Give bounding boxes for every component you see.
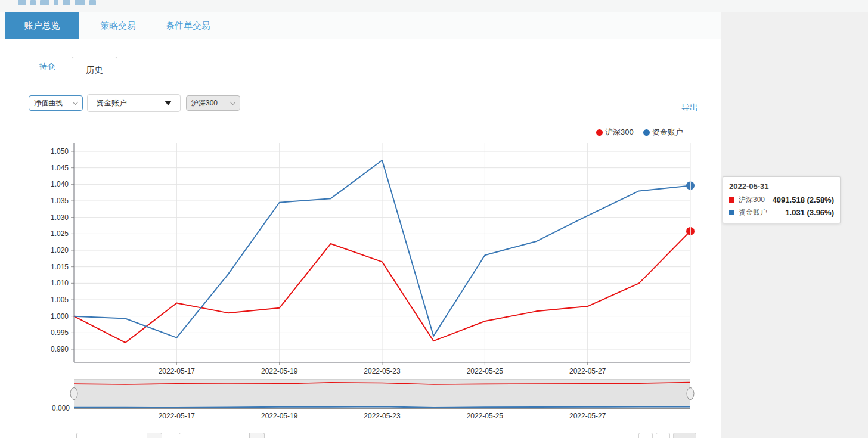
y-axis-label: 1.050 — [51, 147, 69, 156]
y-axis-label: 0.995 — [51, 328, 69, 337]
account-select-value: 资金账户 — [96, 98, 165, 108]
subtab-positions[interactable]: 持仓 — [39, 61, 55, 72]
y-axis-label: 0.990 — [51, 345, 69, 353]
y-axis-label: 1.030 — [51, 213, 69, 222]
x-axis-label: 2022-05-25 — [467, 367, 504, 375]
y-axis-label: 1.040 — [51, 180, 69, 188]
y-axis-label: 1.035 — [51, 197, 69, 205]
end-date-picker — [179, 433, 265, 438]
subtab-divider — [18, 83, 703, 83]
tooltip-series-value: 1.031 (3.96%) — [767, 208, 834, 217]
top-strip — [0, 0, 868, 12]
y-axis-label: 1.000 — [51, 312, 69, 321]
benchmark-select-value: 沪深300 — [191, 98, 231, 108]
pager-button-1[interactable] — [638, 433, 653, 438]
navigator-x-label: 2022-05-25 — [467, 412, 504, 420]
start-date-input[interactable] — [76, 433, 147, 438]
tooltip-date: 2022-05-31 — [729, 182, 834, 191]
end-date-calendar-button[interactable] — [250, 433, 265, 438]
pager-button-2[interactable] — [656, 433, 670, 438]
y-axis-label: 1.025 — [51, 229, 69, 238]
chart-type-select[interactable]: 净值曲线 — [29, 95, 83, 111]
series-marker-blue-icon — [729, 210, 734, 215]
navigator-x-label: 2022-05-27 — [569, 412, 606, 420]
y-axis-label: 1.045 — [51, 164, 69, 172]
chevron-down-icon — [73, 99, 79, 105]
navigator-handle-right[interactable] — [687, 388, 694, 400]
chart-tooltip: 2022-05-31 沪深300 4091.518 (2.58%) 资金账户 1… — [723, 176, 841, 223]
pager-button-3[interactable] — [673, 433, 696, 438]
tooltip-series-value: 4091.518 (2.58%) — [765, 195, 834, 204]
series-marker-red-icon — [729, 197, 734, 203]
export-button[interactable]: 导出 — [681, 102, 698, 113]
tooltip-series-name: 资金账户 — [739, 207, 767, 218]
navigator-x-label: 2022-05-19 — [261, 412, 298, 420]
x-axis-label: 2022-05-19 — [261, 367, 298, 375]
subtab-history[interactable]: 历史 — [72, 57, 117, 83]
account-select[interactable]: 资金账户 — [87, 94, 181, 112]
navigator-x-label: 2022-05-17 — [159, 412, 196, 420]
start-date-picker — [76, 433, 162, 438]
main-panel: 账户总览 策略交易 条件单交易 持仓 历史 净值曲线 资金账户 沪深300 导出… — [0, 12, 721, 438]
net-value-chart: 1.0501.0451.0401.0351.0301.0251.0201.015… — [0, 119, 721, 435]
navigator-handle-left[interactable] — [70, 388, 78, 400]
chevron-down-icon — [230, 99, 236, 105]
end-date-input[interactable] — [179, 433, 250, 438]
caret-down-icon — [165, 101, 172, 105]
start-date-calendar-button[interactable] — [147, 433, 162, 438]
y-axis-label: 1.015 — [51, 263, 69, 271]
x-axis-label: 2022-05-23 — [364, 367, 401, 375]
benchmark-select[interactable]: 沪深300 — [186, 95, 240, 111]
tab-account-overview[interactable]: 账户总览 — [5, 12, 79, 39]
tooltip-row: 资金账户 1.031 (3.96%) — [729, 207, 834, 218]
chart-type-select-value: 净值曲线 — [34, 98, 73, 108]
tooltip-row: 沪深300 4091.518 (2.58%) — [729, 195, 834, 205]
x-axis-label: 2022-05-17 — [159, 367, 196, 375]
y-axis-label: 1.005 — [51, 296, 69, 304]
clipped-header-text — [18, 0, 100, 5]
tooltip-series-name: 沪深300 — [739, 195, 765, 205]
y-axis-label: 1.010 — [51, 279, 69, 287]
tab-strategy-trading[interactable]: 策略交易 — [100, 12, 136, 39]
navigator-y-label: 0.000 — [52, 404, 70, 412]
top-tab-bar: 账户总览 策略交易 条件单交易 — [0, 12, 721, 39]
tab-conditional-order-trading[interactable]: 条件单交易 — [166, 12, 210, 39]
x-axis-label: 2022-05-27 — [569, 367, 606, 375]
navigator-x-label: 2022-05-23 — [364, 412, 401, 420]
y-axis-label: 1.020 — [51, 246, 69, 254]
